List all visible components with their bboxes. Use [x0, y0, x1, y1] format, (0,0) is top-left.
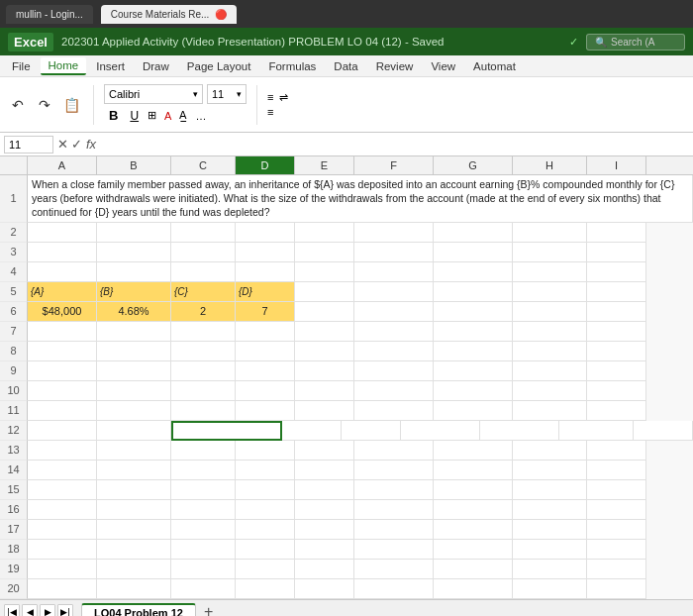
col-header-e[interactable]: E: [295, 156, 354, 174]
cell-3g[interactable]: [434, 243, 513, 262]
cancel-icon[interactable]: ✕: [57, 137, 68, 152]
cell-13e[interactable]: [295, 441, 354, 461]
cell-18h[interactable]: [513, 540, 587, 560]
cell-3i[interactable]: [587, 243, 646, 262]
menu-insert[interactable]: Insert: [88, 58, 133, 74]
cell-13a[interactable]: [28, 441, 97, 461]
cell-9e[interactable]: [295, 361, 354, 381]
cell-14i[interactable]: [587, 461, 646, 480]
cell-14c[interactable]: [171, 461, 236, 480]
cell-10f[interactable]: [354, 381, 434, 401]
cell-8f[interactable]: [354, 342, 434, 361]
cell-20a[interactable]: [28, 579, 97, 599]
cell-6e[interactable]: [295, 302, 354, 322]
cell-20h[interactable]: [513, 579, 587, 599]
cell-8b[interactable]: [97, 342, 171, 361]
cell-8d[interactable]: [236, 342, 295, 361]
cell-4h[interactable]: [513, 262, 587, 282]
menu-draw[interactable]: Draw: [135, 58, 177, 74]
cell-10d[interactable]: [236, 381, 295, 401]
cell-17b[interactable]: [97, 520, 171, 540]
cell-16i[interactable]: [587, 500, 646, 520]
cell-13i[interactable]: [587, 441, 646, 461]
cell-9d[interactable]: [236, 361, 295, 381]
cell-10i[interactable]: [587, 381, 646, 401]
col-header-i[interactable]: I: [587, 156, 646, 174]
cell-16c[interactable]: [171, 500, 236, 520]
cell-6h[interactable]: [513, 302, 587, 322]
cell-18b[interactable]: [97, 540, 171, 560]
cell-11g[interactable]: [434, 401, 513, 421]
cell-4b[interactable]: [97, 262, 171, 282]
cell-2c[interactable]: [171, 223, 236, 243]
menu-page-layout[interactable]: Page Layout: [179, 58, 259, 74]
cell-12i[interactable]: [634, 421, 693, 441]
cell-18g[interactable]: [434, 540, 513, 560]
cell-8a[interactable]: [28, 342, 97, 361]
cell-17d[interactable]: [236, 520, 295, 540]
cell-17f[interactable]: [354, 520, 434, 540]
add-sheet-button[interactable]: +: [200, 603, 217, 616]
cell-6f[interactable]: [354, 302, 434, 322]
cell-2e[interactable]: [295, 223, 354, 243]
cell-4c[interactable]: [171, 262, 236, 282]
cell-9a[interactable]: [28, 361, 97, 381]
cell-13d[interactable]: [236, 441, 295, 461]
cell-10c[interactable]: [171, 381, 236, 401]
cell-13g[interactable]: [434, 441, 513, 461]
cell-19b[interactable]: [97, 560, 171, 579]
cell-2d[interactable]: [236, 223, 295, 243]
cell-15f[interactable]: [354, 480, 434, 500]
cell-2a[interactable]: [28, 223, 97, 243]
col-header-a[interactable]: A: [28, 156, 97, 174]
cell-13f[interactable]: [354, 441, 434, 461]
cell-11h[interactable]: [513, 401, 587, 421]
wrap-text-button[interactable]: ⇌: [279, 91, 288, 104]
cell-9f[interactable]: [354, 361, 434, 381]
cell-7i[interactable]: [587, 322, 646, 342]
cell-3e[interactable]: [295, 243, 354, 262]
clipboard-button[interactable]: 📋: [59, 93, 83, 117]
cell-20e[interactable]: [295, 579, 354, 599]
cell-11a[interactable]: [28, 401, 97, 421]
cell-9h[interactable]: [513, 361, 587, 381]
cell-12h[interactable]: [559, 421, 634, 441]
cell-15i[interactable]: [587, 480, 646, 500]
sheet-tab-lo04[interactable]: LO04 Problem 12: [81, 603, 196, 616]
cell-20f[interactable]: [354, 579, 434, 599]
cell-8g[interactable]: [434, 342, 513, 361]
cell-12c[interactable]: [171, 421, 282, 441]
cell-20b[interactable]: [97, 579, 171, 599]
cell-5h[interactable]: [513, 282, 587, 302]
font-color-button[interactable]: A̲: [177, 109, 189, 122]
cell-17e[interactable]: [295, 520, 354, 540]
cell-17g[interactable]: [434, 520, 513, 540]
cell-6i[interactable]: [587, 302, 646, 322]
cell-16h[interactable]: [513, 500, 587, 520]
cell-13c[interactable]: [171, 441, 236, 461]
cell-3b[interactable]: [97, 243, 171, 262]
cell-9g[interactable]: [434, 361, 513, 381]
cell-16f[interactable]: [354, 500, 434, 520]
cell-2i[interactable]: [587, 223, 646, 243]
cell-15b[interactable]: [97, 480, 171, 500]
cell-5e[interactable]: [295, 282, 354, 302]
cell-14e[interactable]: [295, 461, 354, 480]
search-box[interactable]: 🔍 Search (A: [586, 34, 685, 51]
cell-20d[interactable]: [236, 579, 295, 599]
cell-7d[interactable]: [236, 322, 295, 342]
cell-11b[interactable]: [97, 401, 171, 421]
cell-5a[interactable]: {A}: [28, 282, 97, 302]
font-size-selector[interactable]: 11 ▾: [207, 84, 247, 104]
col-header-f[interactable]: F: [354, 156, 434, 174]
cell-10b[interactable]: [97, 381, 171, 401]
cell-3f[interactable]: [354, 243, 434, 262]
cell-row1-merged[interactable]: When a close family member passed away, …: [28, 175, 693, 223]
next-sheet-button[interactable]: ▶: [40, 604, 55, 616]
prev-sheet-button[interactable]: ◀: [22, 604, 38, 616]
menu-automate[interactable]: Automat: [465, 58, 524, 74]
cell-20g[interactable]: [434, 579, 513, 599]
cell-5i[interactable]: [587, 282, 646, 302]
cell-10e[interactable]: [295, 381, 354, 401]
cell-12e[interactable]: [342, 421, 401, 441]
